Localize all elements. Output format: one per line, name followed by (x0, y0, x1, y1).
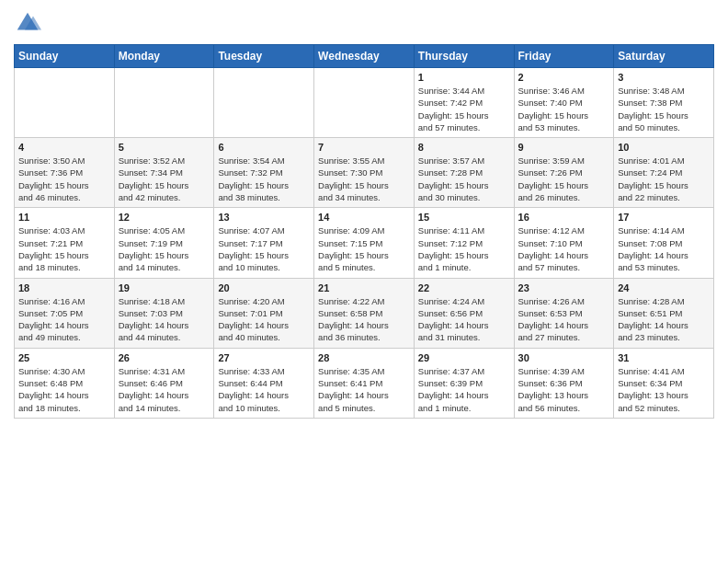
day-info: Sunrise: 3:52 AM Sunset: 7:34 PM Dayligh… (119, 155, 210, 203)
day-info: Sunrise: 3:57 AM Sunset: 7:28 PM Dayligh… (418, 155, 510, 203)
calendar-cell: 13Sunrise: 4:07 AM Sunset: 7:17 PM Dayli… (214, 208, 314, 278)
column-header-tuesday: Tuesday (214, 45, 314, 68)
calendar-cell (15, 68, 115, 138)
calendar-cell: 5Sunrise: 3:52 AM Sunset: 7:34 PM Daylig… (114, 138, 214, 208)
day-info: Sunrise: 4:33 AM Sunset: 6:44 PM Dayligh… (218, 365, 310, 414)
day-info: Sunrise: 3:59 AM Sunset: 7:26 PM Dayligh… (518, 155, 610, 203)
calendar-table: SundayMondayTuesdayWednesdayThursdayFrid… (14, 44, 714, 419)
calendar-cell: 8Sunrise: 3:57 AM Sunset: 7:28 PM Daylig… (414, 138, 514, 208)
calendar-cell: 29Sunrise: 4:37 AM Sunset: 6:39 PM Dayli… (414, 348, 514, 418)
calendar-cell: 1Sunrise: 3:44 AM Sunset: 7:42 PM Daylig… (414, 68, 514, 138)
column-header-monday: Monday (114, 45, 214, 68)
day-number: 12 (119, 212, 210, 223)
day-number: 22 (418, 282, 510, 293)
day-info: Sunrise: 4:39 AM Sunset: 6:36 PM Dayligh… (518, 365, 610, 414)
day-info: Sunrise: 3:50 AM Sunset: 7:36 PM Dayligh… (18, 155, 110, 203)
day-number: 20 (218, 282, 310, 293)
calendar-cell: 23Sunrise: 4:26 AM Sunset: 6:53 PM Dayli… (514, 278, 614, 348)
calendar-cell: 14Sunrise: 4:09 AM Sunset: 7:15 PM Dayli… (314, 208, 415, 278)
day-info: Sunrise: 4:01 AM Sunset: 7:24 PM Dayligh… (618, 155, 710, 203)
calendar-cell: 2Sunrise: 3:46 AM Sunset: 7:40 PM Daylig… (514, 68, 614, 138)
day-info: Sunrise: 4:11 AM Sunset: 7:12 PM Dayligh… (418, 224, 510, 273)
day-number: 1 (418, 72, 510, 83)
day-number: 3 (618, 72, 710, 83)
calendar-cell: 21Sunrise: 4:22 AM Sunset: 6:58 PM Dayli… (314, 278, 415, 348)
day-number: 4 (18, 142, 110, 153)
day-info: Sunrise: 4:31 AM Sunset: 6:46 PM Dayligh… (119, 365, 210, 414)
day-number: 25 (18, 352, 110, 363)
day-number: 8 (418, 142, 510, 153)
day-number: 2 (518, 72, 610, 83)
calendar-cell: 4Sunrise: 3:50 AM Sunset: 7:36 PM Daylig… (15, 138, 115, 208)
calendar-cell: 22Sunrise: 4:24 AM Sunset: 6:56 PM Dayli… (414, 278, 514, 348)
day-number: 14 (318, 212, 410, 223)
calendar-cell: 17Sunrise: 4:14 AM Sunset: 7:08 PM Dayli… (614, 208, 714, 278)
day-info: Sunrise: 4:22 AM Sunset: 6:58 PM Dayligh… (318, 295, 410, 344)
day-info: Sunrise: 4:09 AM Sunset: 7:15 PM Dayligh… (318, 224, 410, 273)
day-info: Sunrise: 4:30 AM Sunset: 6:48 PM Dayligh… (18, 365, 110, 414)
calendar-cell (114, 68, 214, 138)
calendar-cell: 12Sunrise: 4:05 AM Sunset: 7:19 PM Dayli… (114, 208, 214, 278)
day-number: 23 (518, 282, 610, 293)
column-header-thursday: Thursday (414, 45, 514, 68)
day-number: 6 (218, 142, 310, 153)
calendar-cell: 27Sunrise: 4:33 AM Sunset: 6:44 PM Dayli… (214, 348, 314, 418)
calendar-cell: 19Sunrise: 4:18 AM Sunset: 7:03 PM Dayli… (114, 278, 214, 348)
day-number: 5 (119, 142, 210, 153)
day-number: 21 (318, 282, 410, 293)
calendar-cell: 16Sunrise: 4:12 AM Sunset: 7:10 PM Dayli… (514, 208, 614, 278)
calendar-cell: 9Sunrise: 3:59 AM Sunset: 7:26 PM Daylig… (514, 138, 614, 208)
calendar-header-row: SundayMondayTuesdayWednesdayThursdayFrid… (15, 45, 714, 68)
day-number: 10 (618, 142, 710, 153)
calendar-cell: 7Sunrise: 3:55 AM Sunset: 7:30 PM Daylig… (314, 138, 415, 208)
calendar-cell: 20Sunrise: 4:20 AM Sunset: 7:01 PM Dayli… (214, 278, 314, 348)
calendar-cell: 11Sunrise: 4:03 AM Sunset: 7:21 PM Dayli… (15, 208, 115, 278)
day-number: 29 (418, 352, 510, 363)
day-number: 9 (518, 142, 610, 153)
day-info: Sunrise: 4:14 AM Sunset: 7:08 PM Dayligh… (618, 224, 710, 273)
day-info: Sunrise: 3:48 AM Sunset: 7:38 PM Dayligh… (618, 85, 710, 133)
logo (14, 9, 45, 37)
calendar-cell (214, 68, 314, 138)
day-info: Sunrise: 4:12 AM Sunset: 7:10 PM Dayligh… (518, 224, 610, 273)
calendar-cell (314, 68, 415, 138)
day-number: 26 (119, 352, 210, 363)
calendar-cell: 15Sunrise: 4:11 AM Sunset: 7:12 PM Dayli… (414, 208, 514, 278)
calendar-week-2: 4Sunrise: 3:50 AM Sunset: 7:36 PM Daylig… (15, 138, 714, 208)
day-info: Sunrise: 4:28 AM Sunset: 6:51 PM Dayligh… (618, 295, 710, 344)
column-header-friday: Friday (514, 45, 614, 68)
calendar-cell: 3Sunrise: 3:48 AM Sunset: 7:38 PM Daylig… (614, 68, 714, 138)
day-info: Sunrise: 4:05 AM Sunset: 7:19 PM Dayligh… (119, 224, 210, 273)
day-number: 31 (618, 352, 710, 363)
day-number: 18 (18, 282, 110, 293)
calendar-week-1: 1Sunrise: 3:44 AM Sunset: 7:42 PM Daylig… (15, 68, 714, 138)
calendar-cell: 24Sunrise: 4:28 AM Sunset: 6:51 PM Dayli… (614, 278, 714, 348)
calendar-cell: 26Sunrise: 4:31 AM Sunset: 6:46 PM Dayli… (114, 348, 214, 418)
day-number: 15 (418, 212, 510, 223)
day-number: 28 (318, 352, 410, 363)
day-info: Sunrise: 4:20 AM Sunset: 7:01 PM Dayligh… (218, 295, 310, 344)
calendar-week-5: 25Sunrise: 4:30 AM Sunset: 6:48 PM Dayli… (15, 348, 714, 418)
day-info: Sunrise: 4:07 AM Sunset: 7:17 PM Dayligh… (218, 224, 310, 273)
day-info: Sunrise: 4:26 AM Sunset: 6:53 PM Dayligh… (518, 295, 610, 344)
day-info: Sunrise: 4:18 AM Sunset: 7:03 PM Dayligh… (119, 295, 210, 344)
page-header (14, 9, 714, 37)
day-number: 30 (518, 352, 610, 363)
day-number: 27 (218, 352, 310, 363)
day-info: Sunrise: 4:37 AM Sunset: 6:39 PM Dayligh… (418, 365, 510, 414)
calendar-week-4: 18Sunrise: 4:16 AM Sunset: 7:05 PM Dayli… (15, 278, 714, 348)
day-info: Sunrise: 4:16 AM Sunset: 7:05 PM Dayligh… (18, 295, 110, 344)
day-number: 16 (518, 212, 610, 223)
calendar-cell: 25Sunrise: 4:30 AM Sunset: 6:48 PM Dayli… (15, 348, 115, 418)
day-info: Sunrise: 4:41 AM Sunset: 6:34 PM Dayligh… (618, 365, 710, 414)
day-number: 11 (18, 212, 110, 223)
day-info: Sunrise: 3:54 AM Sunset: 7:32 PM Dayligh… (218, 155, 310, 203)
day-info: Sunrise: 4:03 AM Sunset: 7:21 PM Dayligh… (18, 224, 110, 273)
column-header-saturday: Saturday (614, 45, 714, 68)
day-info: Sunrise: 4:24 AM Sunset: 6:56 PM Dayligh… (418, 295, 510, 344)
calendar-cell: 28Sunrise: 4:35 AM Sunset: 6:41 PM Dayli… (314, 348, 415, 418)
day-number: 17 (618, 212, 710, 223)
calendar-cell: 10Sunrise: 4:01 AM Sunset: 7:24 PM Dayli… (614, 138, 714, 208)
calendar-cell: 6Sunrise: 3:54 AM Sunset: 7:32 PM Daylig… (214, 138, 314, 208)
day-number: 24 (618, 282, 710, 293)
